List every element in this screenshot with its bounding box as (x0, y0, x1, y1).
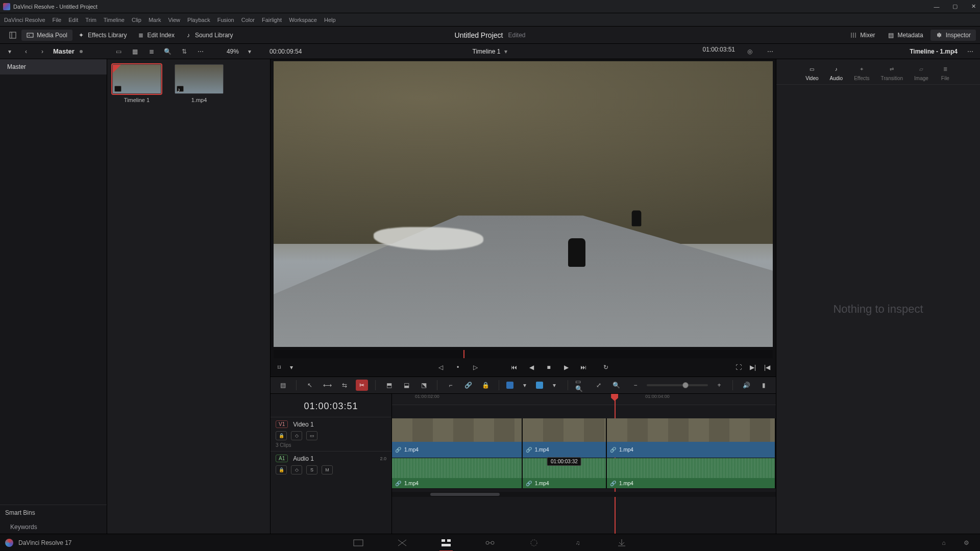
audio-track-lane[interactable]: 🔗1.mp4 01:00:03:32 🔗1.mp4 🔗1.mp4 (392, 458, 776, 489)
next-edit-button[interactable]: ▶| (748, 363, 757, 372)
track-lock-button[interactable]: 🔒 (276, 465, 287, 474)
marker-dropdown-icon[interactable]: ▾ (548, 380, 560, 391)
track-auto-select-button[interactable]: ◇ (291, 465, 302, 474)
viewer-zoom-percent[interactable]: 49% (227, 48, 239, 55)
find-button[interactable]: ▭🔍 (575, 380, 587, 391)
menu-file[interactable]: File (53, 17, 62, 23)
zoom-slider-thumb[interactable] (682, 382, 689, 388)
edit-index-toggle[interactable]: ≣Edit Index (132, 30, 180, 41)
video-clip[interactable]: 🔗1.mp4 (392, 418, 523, 458)
menu-view[interactable]: View (168, 17, 180, 23)
menu-color[interactable]: Color (241, 17, 255, 23)
jog-prev-icon[interactable]: ◁ (436, 363, 445, 372)
timeline-hscrollbar[interactable] (392, 492, 776, 497)
detail-zoom-button[interactable]: 🔍 (610, 380, 622, 391)
effects-library-toggle[interactable]: ✦Effects Library (72, 30, 132, 41)
zoom-in-button[interactable]: + (713, 380, 725, 391)
page-deliver-button[interactable] (615, 537, 628, 548)
link-button[interactable]: 🔗 (462, 380, 474, 391)
track-enable-button[interactable]: ▭ (306, 431, 317, 440)
go-first-button[interactable]: ⏮ (509, 363, 519, 372)
zoom-out-button[interactable]: − (629, 380, 642, 391)
flag-blue-icon[interactable] (506, 382, 513, 389)
inspector-tab-transition[interactable]: ⇄Transition (881, 64, 903, 81)
menu-trim[interactable]: Trim (85, 17, 96, 23)
page-media-button[interactable] (352, 537, 365, 548)
window-close-button[interactable]: ✕ (970, 3, 977, 10)
audio-clip[interactable]: 🔗1.mp4 (392, 458, 523, 488)
track-lock-button[interactable]: 🔒 (276, 431, 287, 440)
inspector-tab-audio[interactable]: ♪Audio (830, 64, 843, 81)
page-fairlight-button[interactable]: ♫ (571, 537, 584, 548)
bin-nav-dropdown[interactable]: ▾ (4, 46, 15, 57)
sort-icon[interactable]: ⇅ (179, 46, 190, 57)
panel-layout-button[interactable] (4, 30, 21, 41)
viewer-scrubber[interactable] (274, 350, 773, 358)
timeline-view-options-button[interactable]: ▤ (277, 380, 289, 391)
chevron-down-icon[interactable]: ▾ (504, 48, 507, 55)
video-track-header[interactable]: V1 Video 1 🔒 ◇ ▭ 3 Clips (271, 417, 391, 451)
viewer-options-icon[interactable]: ⋯ (765, 46, 776, 57)
bin-master[interactable]: Master (0, 59, 107, 74)
project-settings-button[interactable]: ⚙ (960, 537, 973, 548)
timeline-body[interactable]: 01:00:02:00 01:00:04:00 🔗1.mp4 (392, 394, 776, 534)
menu-fairlight[interactable]: Fairlight (262, 17, 282, 23)
home-button[interactable]: ⌂ (937, 537, 950, 548)
view-metadata-icon[interactable]: ▭ (113, 46, 125, 57)
inspector-options-icon[interactable]: ⋯ (965, 46, 976, 57)
inspector-tab-image[interactable]: ▱Image (914, 64, 928, 81)
scrollbar-thumb[interactable] (430, 493, 499, 496)
viewer-timeline-name[interactable]: Timeline 1 (473, 48, 501, 55)
menu-clip[interactable]: Clip (132, 17, 141, 23)
selection-tool-button[interactable]: ↖ (304, 380, 316, 391)
page-fusion-button[interactable] (483, 537, 497, 548)
jog-next-icon[interactable]: ▷ (471, 363, 480, 372)
zoom-slider[interactable] (647, 384, 708, 386)
page-color-button[interactable] (527, 537, 541, 548)
snap-button[interactable]: ⌐ (445, 380, 457, 391)
video-clip[interactable]: 🔗1.mp4 (607, 418, 776, 458)
video-clip[interactable]: 🔗1.mp4 (523, 418, 607, 458)
video-track-tag[interactable]: V1 (276, 420, 288, 428)
inspector-tab-video[interactable]: ▭Video (805, 64, 818, 81)
flag-dropdown-icon[interactable]: ▾ (519, 380, 531, 391)
viewer-expand-button[interactable]: ⛶ (734, 363, 743, 372)
view-thumbnail-icon[interactable]: ▦ (130, 46, 141, 57)
insert-clip-button[interactable]: ⬒ (383, 380, 395, 391)
media-pool-toggle[interactable]: Media Pool (21, 30, 72, 41)
replace-clip-button[interactable]: ⬔ (418, 380, 430, 391)
inspector-tab-effects[interactable]: ✦Effects (854, 64, 869, 81)
timeline-ruler[interactable]: 01:00:02:00 01:00:04:00 (392, 394, 776, 405)
menu-davinci[interactable]: DaVinci Resolve (4, 17, 45, 23)
zoom-dropdown-icon[interactable]: ▾ (244, 46, 255, 57)
viewer-sync-icon[interactable]: ◎ (744, 46, 755, 57)
bin-nav-forward[interactable]: › (37, 46, 48, 57)
pool-item-timeline[interactable]: Timeline 1 (112, 64, 161, 103)
menu-help[interactable]: Help (324, 17, 336, 23)
loop-button[interactable]: ↻ (601, 363, 610, 372)
trim-tool-button[interactable]: ⟷ (321, 380, 333, 391)
menu-playback[interactable]: Playback (187, 17, 210, 23)
pool-item-clip[interactable]: ♪ 1.mp4 (175, 64, 224, 103)
metadata-toggle[interactable]: ▤Metadata (883, 30, 928, 41)
window-minimize-button[interactable]: — (933, 3, 940, 10)
track-mute-button[interactable]: M (322, 465, 333, 474)
audio-clip[interactable]: 🔗1.mp4 (607, 458, 776, 488)
view-list-icon[interactable]: ≣ (146, 46, 157, 57)
menu-workspace[interactable]: Workspace (289, 17, 317, 23)
window-maximize-button[interactable]: ▢ (951, 3, 959, 10)
marker-blue-icon[interactable] (536, 382, 543, 389)
prev-edit-button[interactable]: |◀ (763, 363, 772, 372)
mixer-toggle[interactable]: Mixer (845, 30, 880, 41)
track-solo-button[interactable]: S (306, 465, 317, 474)
page-edit-button[interactable] (439, 537, 453, 548)
overwrite-clip-button[interactable]: ⬓ (400, 380, 412, 391)
inspector-tab-file[interactable]: ≣File (940, 64, 951, 81)
match-frame-button[interactable]: ⌑ (275, 363, 284, 372)
track-auto-select-button[interactable]: ◇ (291, 431, 302, 440)
pool-options-icon[interactable]: ⋯ (195, 46, 206, 57)
chevron-down-icon[interactable]: ▾ (287, 363, 296, 372)
timeline-timecode[interactable]: 01:00:03:51 (271, 394, 391, 417)
audio-clip[interactable]: 01:00:03:32 🔗1.mp4 (523, 458, 607, 488)
meters-icon[interactable]: ▮ (757, 380, 770, 391)
